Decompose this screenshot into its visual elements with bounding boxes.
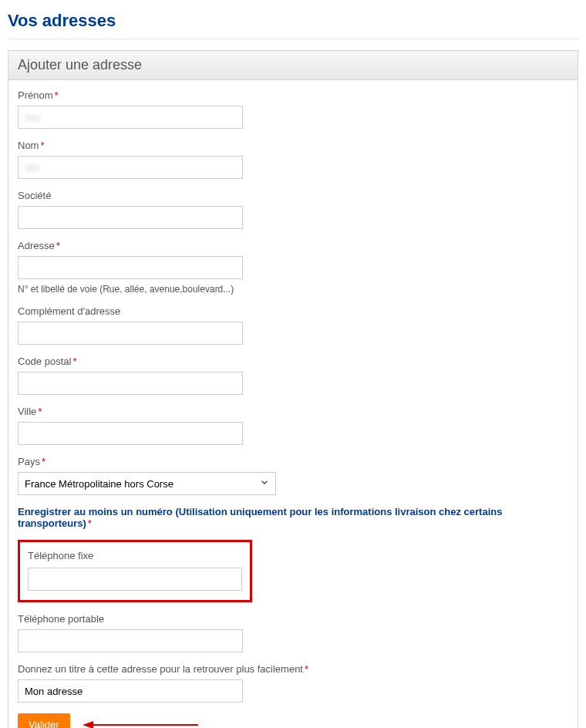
field-address-title: Donnez un titre à cette adresse pour la … xyxy=(18,663,568,703)
input-phone-fixed[interactable] xyxy=(28,568,242,591)
label-address-complement: Complément d'adresse xyxy=(18,305,568,317)
select-country[interactable]: France Métropolitaine hors Corse xyxy=(18,472,276,495)
input-phone-mobile[interactable] xyxy=(18,629,243,652)
label-first-name: Prénom* xyxy=(18,89,568,101)
panel-header: Ajouter une adresse xyxy=(8,51,578,80)
address-form: Prénom* Nom* Société Adresse* N° et libe… xyxy=(8,80,578,728)
submit-row: Valider xyxy=(18,713,568,728)
input-address-complement[interactable] xyxy=(18,322,243,345)
field-country: Pays* France Métropolitaine hors Corse xyxy=(18,456,568,495)
label-phone-fixed: Téléphone fixe xyxy=(28,550,242,561)
input-address[interactable] xyxy=(18,256,243,279)
field-postal-code: Code postal* xyxy=(18,356,568,395)
field-company: Société xyxy=(18,190,568,229)
label-postal-code: Code postal* xyxy=(18,356,568,367)
label-address: Adresse* xyxy=(18,240,568,251)
input-postal-code[interactable] xyxy=(18,372,243,395)
input-first-name[interactable] xyxy=(18,106,243,129)
input-last-name[interactable] xyxy=(18,156,243,179)
field-first-name: Prénom* xyxy=(18,89,568,129)
input-city[interactable] xyxy=(18,422,243,445)
label-phone-mobile: Téléphone portable xyxy=(18,613,568,625)
phone-section-note: Enregistrer au moins un numéro (Utilisat… xyxy=(18,506,568,529)
field-address-complement: Complément d'adresse xyxy=(18,305,568,345)
label-country: Pays* xyxy=(18,456,568,467)
phone-fixed-highlight: Téléphone fixe xyxy=(18,540,252,602)
label-address-title: Donnez un titre à cette adresse pour la … xyxy=(18,663,568,675)
field-city: Ville* xyxy=(18,406,568,445)
address-panel: Ajouter une adresse Prénom* Nom* Société… xyxy=(8,50,578,728)
validate-button[interactable]: Valider xyxy=(18,713,70,728)
label-last-name: Nom* xyxy=(18,140,568,151)
hint-address: N° et libellé de voie (Rue, allée, avenu… xyxy=(18,284,568,295)
label-company: Société xyxy=(18,190,568,201)
field-address: Adresse* N° et libellé de voie (Rue, all… xyxy=(18,240,568,295)
svg-marker-1 xyxy=(83,721,93,729)
field-phone-mobile: Téléphone portable xyxy=(18,613,568,652)
annotation-arrow-icon xyxy=(83,719,198,729)
page-title: Vos adresses xyxy=(8,6,578,39)
input-address-title[interactable] xyxy=(18,679,243,703)
input-company[interactable] xyxy=(18,206,243,229)
label-city: Ville* xyxy=(18,406,568,417)
field-last-name: Nom* xyxy=(18,140,568,179)
